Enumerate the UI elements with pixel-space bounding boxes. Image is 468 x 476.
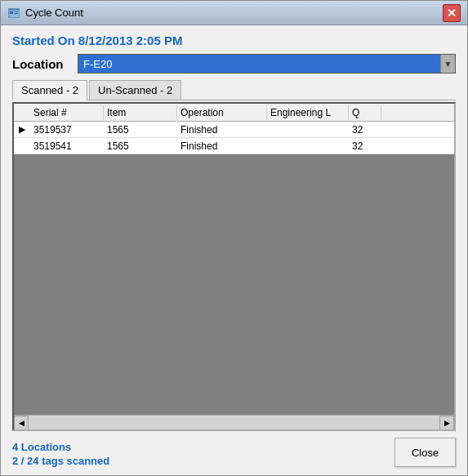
col-header-item: Item xyxy=(104,105,177,120)
table-row[interactable]: ▶ 3519537 1565 Finished 32 xyxy=(14,122,454,138)
footer: 4 Locations 2 / 24 tags scanned Close xyxy=(12,431,456,467)
tab-scanned[interactable]: Scanned - 2 xyxy=(12,80,87,100)
location-row: Location F-E20 ▼ xyxy=(12,54,456,73)
tab-unscanned[interactable]: Un-Scanned - 2 xyxy=(89,80,181,100)
cell-operation-1: Finished xyxy=(177,139,267,153)
location-label: Location xyxy=(12,57,78,71)
cell-item-1: 1565 xyxy=(104,139,177,153)
cell-item-0: 1565 xyxy=(104,122,177,137)
table-header: Serial # Item Operation Engineering L Q xyxy=(14,104,454,122)
dropdown-arrow-icon[interactable]: ▼ xyxy=(440,55,455,73)
cell-operation-0: Finished xyxy=(177,122,267,137)
data-table: Serial # Item Operation Engineering L Q … xyxy=(12,102,456,431)
table-body: ▶ 3519537 1565 Finished 32 3519541 1565 … xyxy=(14,122,454,415)
location-dropdown[interactable]: F-E20 ▼ xyxy=(78,54,456,73)
svg-rect-3 xyxy=(15,11,18,12)
svg-rect-2 xyxy=(10,11,13,14)
close-window-button[interactable]: ✕ xyxy=(443,4,461,22)
col-header-serial: Serial # xyxy=(30,105,104,120)
row-indicator: ▶ xyxy=(14,124,30,135)
location-value: F-E20 xyxy=(83,58,450,70)
horizontal-scrollbar[interactable]: ◀ ▶ xyxy=(14,415,454,429)
cell-engl-1 xyxy=(267,145,349,148)
started-on-label: Started On 8/12/2013 2:05 PM xyxy=(12,33,456,47)
locations-count: 4 Locations xyxy=(12,441,109,453)
col-header-operation: Operation xyxy=(177,105,267,120)
window-icon xyxy=(7,7,20,20)
tab-bar: Scanned - 2 Un-Scanned - 2 xyxy=(12,80,456,100)
cell-qty-1: 32 xyxy=(349,139,381,153)
scroll-track[interactable] xyxy=(29,416,439,429)
svg-rect-4 xyxy=(15,13,18,14)
scroll-right-button[interactable]: ▶ xyxy=(439,416,454,430)
titlebar: Cycle Count ✕ xyxy=(1,1,467,25)
cell-qty-0: 32 xyxy=(349,122,381,137)
footer-info: 4 Locations 2 / 24 tags scanned xyxy=(12,441,109,467)
cell-engl-0 xyxy=(267,128,349,131)
close-button[interactable]: Close xyxy=(394,438,456,467)
cell-serial-1: 3519541 xyxy=(30,139,104,153)
cell-serial-0: 3519537 xyxy=(30,122,104,137)
col-header-engl: Engineering L xyxy=(267,105,349,120)
scroll-left-button[interactable]: ◀ xyxy=(14,416,29,430)
table-row[interactable]: 3519541 1565 Finished 32 xyxy=(14,138,454,154)
main-window: Cycle Count ✕ Started On 8/12/2013 2:05 … xyxy=(0,0,468,476)
tags-scanned: 2 / 24 tags scanned xyxy=(12,455,109,467)
window-title: Cycle Count xyxy=(25,7,443,19)
content-area: Started On 8/12/2013 2:05 PM Location F-… xyxy=(1,25,467,475)
col-header-qty: Q xyxy=(349,105,381,120)
